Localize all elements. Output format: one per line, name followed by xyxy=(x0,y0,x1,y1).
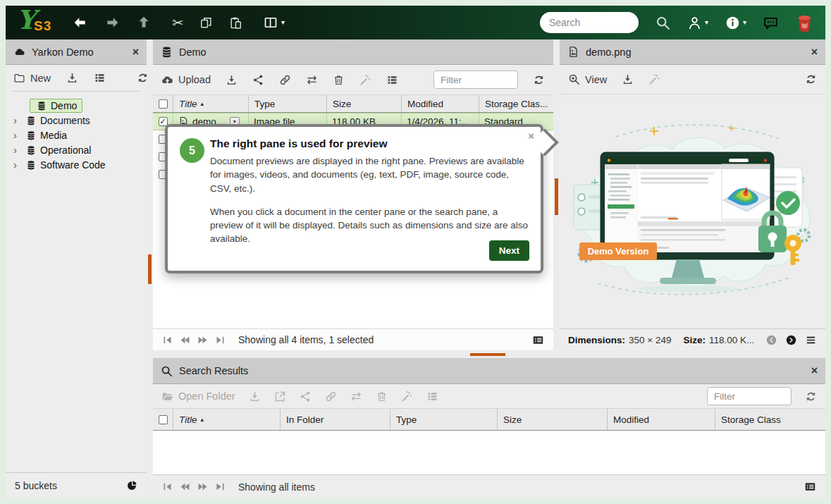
close-preview-pane-button[interactable]: × xyxy=(811,47,818,58)
splitter-grip[interactable] xyxy=(555,178,558,215)
prev-page-button[interactable] xyxy=(180,481,190,492)
usage-chart-button[interactable] xyxy=(126,480,137,491)
close-buckets-pane-button[interactable]: × xyxy=(133,47,139,58)
column-header-storage-class[interactable]: Storage Class xyxy=(715,409,825,430)
info-menu[interactable]: ▾ xyxy=(725,16,746,30)
delete-button[interactable] xyxy=(376,391,388,402)
select-all-checkbox[interactable] xyxy=(159,99,168,109)
splitter-left[interactable] xyxy=(147,39,153,498)
global-search-input[interactable] xyxy=(540,12,639,33)
download-button[interactable] xyxy=(66,72,78,84)
rename-button[interactable] xyxy=(359,74,371,86)
download-icon xyxy=(622,73,634,85)
select-all-checkbox-cell[interactable] xyxy=(153,409,173,430)
forward-button[interactable] xyxy=(105,16,119,30)
paste-button[interactable] xyxy=(229,16,242,30)
first-page-button[interactable] xyxy=(162,481,173,492)
refresh-button[interactable] xyxy=(805,391,817,402)
splitter-right[interactable] xyxy=(553,39,560,350)
buckets-pane-title: Yarkon Demo xyxy=(32,47,94,58)
refresh-icon xyxy=(533,74,545,86)
next-item-button[interactable] xyxy=(785,334,797,346)
share-button[interactable] xyxy=(252,74,264,86)
column-header-title[interactable]: Title ▴ xyxy=(173,409,280,430)
upload-button[interactable]: Upload xyxy=(161,74,211,86)
column-header-size[interactable]: Size xyxy=(497,409,607,430)
download-button[interactable] xyxy=(622,73,634,85)
expander-icon[interactable]: › xyxy=(13,130,23,140)
download-button[interactable] xyxy=(249,391,261,402)
new-folder-button[interactable]: New xyxy=(13,72,51,84)
share-button[interactable] xyxy=(300,391,312,402)
expander-icon[interactable]: › xyxy=(13,145,23,155)
open-external-button[interactable] xyxy=(274,391,286,402)
column-header-title[interactable]: Title ▴ xyxy=(173,95,248,112)
refresh-button[interactable] xyxy=(533,74,545,86)
tree-item-media[interactable]: › Media xyxy=(6,128,147,142)
previous-item-button[interactable] xyxy=(765,334,777,346)
splitter-grip[interactable] xyxy=(148,254,152,284)
move-copy-button[interactable] xyxy=(350,391,362,402)
expander-icon[interactable]: › xyxy=(13,159,23,170)
column-header-modified[interactable]: Modified xyxy=(607,409,715,430)
column-header-type[interactable]: Type xyxy=(248,95,326,112)
keyboard-shortcuts-button[interactable] xyxy=(804,481,816,493)
tree-item-operational[interactable]: › Operational xyxy=(6,142,147,157)
objects-filter-input[interactable] xyxy=(433,70,518,89)
preview-menu-button[interactable] xyxy=(805,334,817,346)
rename-button[interactable] xyxy=(648,73,660,85)
copy-button[interactable] xyxy=(199,16,213,30)
delete-button[interactable] xyxy=(333,74,345,86)
yarkon-logo: Y S3 xyxy=(17,7,63,38)
close-tour-button[interactable]: × xyxy=(528,130,534,142)
tree-item-software-code[interactable]: › Software Code xyxy=(6,157,147,172)
splitter-horizontal[interactable] xyxy=(153,350,825,358)
feedback-button[interactable] xyxy=(763,16,778,30)
last-page-button[interactable] xyxy=(215,335,226,345)
first-page-button[interactable] xyxy=(162,335,173,345)
prev-page-button[interactable] xyxy=(180,335,190,345)
link-button[interactable] xyxy=(325,391,337,402)
objects-pane-footer: Showing all 4 items, 1 selected xyxy=(153,328,553,350)
search-button[interactable] xyxy=(655,16,670,30)
next-page-button[interactable] xyxy=(197,481,208,492)
column-header-storage-class[interactable]: Storage Clas... xyxy=(479,95,553,112)
select-all-checkbox-cell[interactable] xyxy=(153,95,173,112)
refresh-button[interactable] xyxy=(805,73,817,85)
view-button[interactable]: View xyxy=(568,73,607,85)
back-button[interactable] xyxy=(73,16,87,30)
last-page-button[interactable] xyxy=(215,481,226,492)
column-header-in-folder[interactable]: In Folder xyxy=(280,409,390,430)
move-copy-button[interactable] xyxy=(306,74,318,86)
search-filter-input[interactable] xyxy=(707,387,792,405)
tree-item-documents[interactable]: › Documents xyxy=(6,113,147,128)
tour-next-button[interactable]: Next xyxy=(489,240,529,261)
list-view-button[interactable] xyxy=(426,391,438,402)
preview-pane-footer: Dimensions: 350 × 249 Size: 118.00 K... xyxy=(560,328,825,350)
cut-button[interactable]: ✂ xyxy=(172,16,183,30)
column-header-modified[interactable]: Modified xyxy=(401,95,479,112)
buckets-footer: 5 buckets xyxy=(6,472,147,498)
open-folder-button[interactable]: Open Folder xyxy=(161,391,235,402)
column-header-size[interactable]: Size xyxy=(326,95,401,112)
select-all-checkbox[interactable] xyxy=(159,415,168,424)
user-menu[interactable]: ▾ xyxy=(687,16,708,30)
preview-pane-header: demo.png × xyxy=(560,39,825,65)
up-button[interactable] xyxy=(137,16,151,30)
expander-icon[interactable]: › xyxy=(13,115,23,125)
close-search-pane-button[interactable]: × xyxy=(811,365,818,376)
keyboard-shortcuts-button[interactable] xyxy=(532,334,544,346)
comment-icon xyxy=(763,16,778,30)
splitter-grip[interactable] xyxy=(470,353,505,356)
list-view-button[interactable] xyxy=(386,74,398,86)
list-view-button[interactable] xyxy=(94,72,106,84)
next-page-button[interactable] xyxy=(197,335,208,345)
link-button[interactable] xyxy=(279,74,291,86)
refresh-icon xyxy=(805,391,817,402)
download-button[interactable] xyxy=(226,74,238,86)
objects-toolbar: Upload xyxy=(153,65,553,94)
column-header-type[interactable]: Type xyxy=(390,409,497,430)
rename-button[interactable] xyxy=(401,391,413,402)
layout-columns-menu[interactable]: ▾ xyxy=(264,16,285,30)
tree-item-demo[interactable]: Demo xyxy=(6,98,147,113)
